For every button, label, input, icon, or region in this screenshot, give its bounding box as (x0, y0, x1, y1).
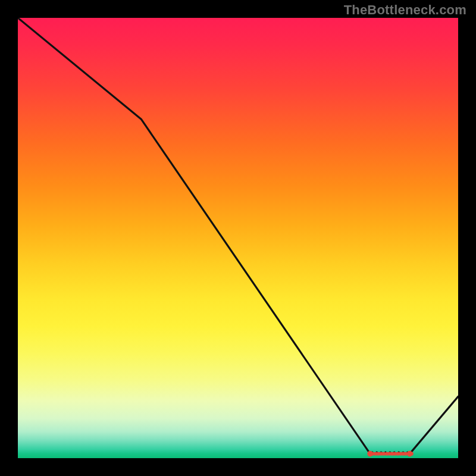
chart-svg (18, 18, 458, 458)
curve-group (18, 18, 458, 456)
chart-frame: TheBottleneck.com (0, 0, 476, 476)
bottleneck-curve (18, 18, 458, 454)
attribution-watermark: TheBottleneck.com (344, 2, 466, 18)
optimal-marker-endcap (367, 451, 373, 457)
optimal-marker-endcap (407, 451, 413, 457)
plot-area (18, 18, 458, 458)
